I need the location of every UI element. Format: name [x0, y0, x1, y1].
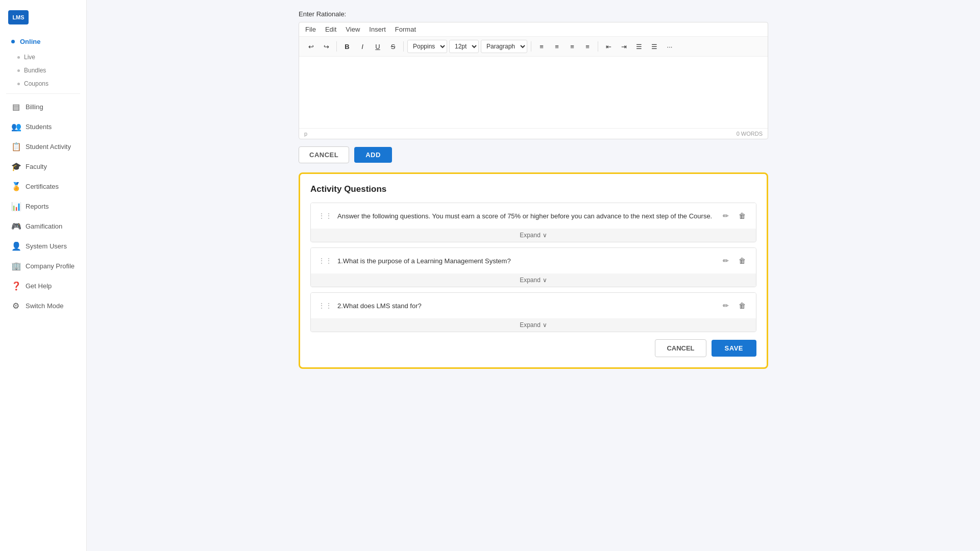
bold-button[interactable]: B [340, 40, 354, 53]
question-card-3: ⋮⋮ 2.What does LMS stand for? ✏ 🗑 Expand… [310, 292, 756, 332]
sidebar-item-label: Faculty [26, 163, 47, 170]
sidebar-item-label: Get Help [26, 282, 52, 290]
company-profile-icon: 🏢 [11, 261, 20, 271]
underline-button[interactable]: U [371, 40, 384, 53]
sidebar-item-label: Certificates [26, 183, 59, 190]
sidebar-item-faculty[interactable]: 🎓 Faculty [3, 157, 83, 176]
word-count: 0 WORDS [737, 131, 763, 137]
switch-mode-icon: ⚙ [11, 301, 20, 311]
indent-decrease-button[interactable]: ⇤ [602, 40, 615, 53]
expand-row-2[interactable]: Expand ∨ [311, 273, 756, 287]
activity-save-button[interactable]: SAVE [712, 340, 756, 357]
font-family-select[interactable]: Poppins [407, 40, 447, 53]
paragraph-style-select[interactable]: Paragraph [481, 40, 527, 53]
add-button[interactable]: ADD [354, 147, 392, 163]
editor-toolbar: ↩ ↪ B I U S Poppins 12pt Paragraph ≡ [299, 37, 768, 57]
editor-footer: p 0 WORDS [299, 128, 768, 139]
get-help-icon: ❓ [11, 281, 20, 291]
sidebar-item-online[interactable]: Online [3, 33, 83, 50]
menu-edit[interactable]: Edit [325, 26, 336, 33]
drag-handle-icon-2[interactable]: ⋮⋮ [318, 257, 332, 265]
strikethrough-button[interactable]: S [386, 40, 400, 53]
indent-increase-button[interactable]: ⇥ [617, 40, 630, 53]
sidebar: LMS Online Live Bundles Coupons ▤ Billin… [0, 0, 87, 551]
sidebar-item-coupons[interactable]: Coupons [0, 77, 86, 90]
delete-question-2-button[interactable]: 🗑 [736, 254, 749, 267]
menu-view[interactable]: View [346, 26, 360, 33]
question-text-3: 2.What does LMS stand for? [337, 302, 714, 310]
menu-format[interactable]: Format [395, 26, 416, 33]
sidebar-logo: LMS [8, 10, 29, 24]
delete-question-1-button[interactable]: 🗑 [736, 209, 749, 222]
sidebar-item-student-activity[interactable]: 📋 Student Activity [3, 137, 83, 156]
sidebar-item-system-users[interactable]: 👤 System Users [3, 237, 83, 256]
activity-cancel-button[interactable]: CANCEL [655, 339, 706, 357]
sidebar-item-bundles[interactable]: Bundles [0, 64, 86, 77]
students-icon: 👥 [11, 122, 20, 132]
sidebar-item-billing[interactable]: ▤ Billing [3, 97, 83, 116]
font-size-select[interactable]: 12pt [449, 40, 479, 53]
sidebar-item-label: Live [24, 54, 35, 61]
menu-file[interactable]: File [305, 26, 316, 33]
edit-question-3-button[interactable]: ✏ [719, 299, 732, 312]
sidebar-item-company-profile[interactable]: 🏢 Company Profile [3, 257, 83, 276]
sidebar-item-certificates[interactable]: 🏅 Certificates [3, 177, 83, 196]
editor-menubar: File Edit View Insert Format [299, 22, 768, 37]
cancel-button[interactable]: CANCEL [299, 146, 349, 163]
sidebar-item-label: Reports [26, 203, 49, 210]
editor-body[interactable] [299, 57, 768, 128]
delete-question-3-button[interactable]: 🗑 [736, 299, 749, 312]
more-options-button[interactable]: ··· [663, 40, 676, 53]
activity-title: Activity Questions [310, 184, 756, 194]
edit-question-1-button[interactable]: ✏ [719, 209, 732, 222]
system-users-icon: 👤 [11, 241, 20, 251]
expand-label-2: Expand [520, 277, 541, 284]
sidebar-item-reports[interactable]: 📊 Reports [3, 197, 83, 216]
undo-button[interactable]: ↩ [304, 40, 317, 53]
sidebar-item-gamification[interactable]: 🎮 Gamification [3, 217, 83, 236]
sidebar-item-switch-mode[interactable]: ⚙ Switch Mode [3, 296, 83, 315]
question-actions-1: ✏ 🗑 [719, 209, 749, 222]
align-center-button[interactable]: ≡ [550, 40, 564, 53]
question-row-3: ⋮⋮ 2.What does LMS stand for? ✏ 🗑 [311, 293, 756, 318]
drag-handle-icon-3[interactable]: ⋮⋮ [318, 302, 332, 310]
certificates-icon: 🏅 [11, 182, 20, 191]
italic-button[interactable]: I [356, 40, 369, 53]
expand-chevron-1: ∨ [543, 232, 547, 239]
gamification-icon: 🎮 [11, 221, 20, 231]
sidebar-item-label: Billing [26, 103, 43, 111]
reports-icon: 📊 [11, 202, 20, 211]
bullet-list-button[interactable]: ☰ [632, 40, 646, 53]
question-row-1: ⋮⋮ Answer the following questions. You m… [311, 203, 756, 229]
sidebar-item-label: Company Profile [26, 262, 75, 270]
coupons-dot-icon [17, 83, 20, 85]
online-dot-icon [11, 40, 15, 43]
drag-handle-icon-1[interactable]: ⋮⋮ [318, 212, 332, 220]
billing-icon: ▤ [11, 102, 20, 112]
rationale-action-row: CANCEL ADD [299, 146, 768, 163]
sidebar-item-label: Bundles [24, 67, 46, 74]
sidebar-item-students[interactable]: 👥 Students [3, 117, 83, 136]
redo-button[interactable]: ↪ [320, 40, 333, 53]
edit-question-2-button[interactable]: ✏ [719, 254, 732, 267]
sidebar-item-label: Gamification [26, 222, 62, 230]
sidebar-item-live[interactable]: Live [0, 51, 86, 64]
align-right-button[interactable]: ≡ [566, 40, 579, 53]
menu-insert[interactable]: Insert [369, 26, 386, 33]
question-actions-3: ✏ 🗑 [719, 299, 749, 312]
question-text-2: 1.What is the purpose of a Learning Mana… [337, 257, 714, 265]
expand-label-3: Expand [520, 321, 541, 329]
toolbar-separator-4 [598, 41, 598, 52]
align-justify-button[interactable]: ≡ [581, 40, 594, 53]
sidebar-item-get-help[interactable]: ❓ Get Help [3, 277, 83, 295]
align-left-button[interactable]: ≡ [535, 40, 548, 53]
expand-row-3[interactable]: Expand ∨ [311, 318, 756, 332]
numbered-list-button[interactable]: ☰ [648, 40, 661, 53]
expand-chevron-2: ∨ [543, 277, 547, 284]
paragraph-marker: p [304, 131, 307, 137]
expand-chevron-3: ∨ [543, 321, 547, 329]
question-card-2: ⋮⋮ 1.What is the purpose of a Learning M… [310, 247, 756, 287]
expand-row-1[interactable]: Expand ∨ [311, 229, 756, 242]
sidebar-item-label: Students [26, 123, 52, 131]
toolbar-separator-3 [531, 41, 531, 52]
